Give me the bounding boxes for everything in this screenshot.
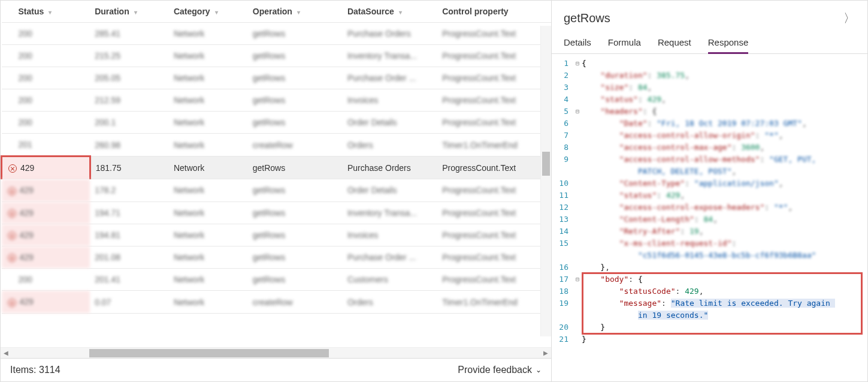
column-header-status[interactable]: Status ▾ bbox=[2, 1, 90, 23]
cell-control: ProgressCount.Text bbox=[437, 224, 551, 246]
error-circle-icon bbox=[8, 231, 16, 240]
tab-details[interactable]: Details bbox=[564, 37, 591, 53]
code-line: 21} bbox=[555, 333, 867, 345]
cell-category: Network bbox=[169, 246, 248, 269]
table-row[interactable]: 200215.25NetworkgetRowsInventory Transa.… bbox=[2, 45, 552, 67]
cell-operation: getRows bbox=[248, 224, 343, 246]
code-content: "access-control-allow-origin": "*", bbox=[582, 130, 867, 142]
cell-datasource: Inventory Transa... bbox=[343, 45, 437, 67]
horizontal-scrollbar[interactable]: ◀ ▶ bbox=[1, 347, 551, 358]
table-row[interactable]: 200200.1NetworkgetRowsOrder DetailsProgr… bbox=[2, 112, 552, 134]
cell-datasource: Order Details bbox=[343, 179, 437, 201]
detail-header: getRows 〉 bbox=[552, 1, 867, 32]
table-row[interactable]: 429194.81NetworkgetRowsInvoicesProgressC… bbox=[2, 224, 552, 246]
cell-control: ProgressCount.Text bbox=[437, 45, 551, 67]
cell-operation: getRows bbox=[248, 89, 343, 112]
cell-category: Network bbox=[169, 89, 248, 112]
cell-control: ProgressCount.Text bbox=[437, 67, 551, 89]
code-content: "headers": { bbox=[582, 106, 867, 118]
filter-icon[interactable]: ▾ bbox=[399, 9, 402, 16]
tab-request[interactable]: Request bbox=[658, 37, 691, 53]
column-header-duration[interactable]: Duration ▾ bbox=[90, 1, 169, 23]
provide-feedback-button[interactable]: Provide feedback ⌄ bbox=[458, 365, 542, 375]
scrollbar-thumb[interactable] bbox=[542, 152, 550, 176]
requests-table: Status ▾ Duration ▾ Category ▾ Operati bbox=[1, 1, 551, 314]
feedback-label: Provide feedback bbox=[458, 365, 532, 375]
scrollbar-track[interactable] bbox=[11, 349, 540, 357]
cell-control: Timer1.OnTimerEnd bbox=[437, 291, 551, 313]
filter-icon[interactable]: ▾ bbox=[297, 9, 300, 16]
code-line: 2 "duration": 385.75, bbox=[555, 70, 867, 82]
fold-toggle-icon[interactable]: ⊟ bbox=[573, 58, 582, 70]
next-arrow-icon[interactable]: 〉 bbox=[843, 10, 855, 26]
vertical-scrollbar[interactable] bbox=[540, 26, 551, 336]
cell-datasource: Customers bbox=[343, 269, 437, 291]
cell-duration: 205.05 bbox=[90, 67, 169, 89]
column-header-control[interactable]: Control property bbox=[437, 1, 551, 23]
table-row[interactable]: 429194.71NetworkgetRowsInventory Transa.… bbox=[2, 201, 552, 224]
line-number: 15 bbox=[555, 237, 573, 249]
table-row[interactable]: 200285.41NetworkgetRowsPurchase OrdersPr… bbox=[2, 23, 552, 45]
code-content: } bbox=[582, 321, 867, 333]
cell-status: 429 bbox=[2, 246, 90, 269]
table-row[interactable]: 429181.75NetworkgetRowsPurchase OrdersPr… bbox=[2, 157, 552, 179]
table-row[interactable]: 4290.07NetworkcreateRowOrdersTimer1.OnTi… bbox=[2, 291, 552, 313]
line-number: 18 bbox=[555, 285, 573, 297]
items-count: Items: 3114 bbox=[10, 365, 61, 375]
cell-operation: getRows bbox=[248, 157, 343, 179]
cell-operation: getRows bbox=[248, 246, 343, 269]
filter-icon[interactable]: ▾ bbox=[134, 9, 137, 16]
filter-icon[interactable]: ▾ bbox=[215, 9, 218, 16]
tab-response[interactable]: Response bbox=[708, 37, 749, 54]
response-code-viewer[interactable]: 1⊟{2 "duration": 385.75,3 "size": 84,4 "… bbox=[552, 54, 867, 381]
table-row[interactable]: 200205.05NetworkgetRowsPurchase Order ..… bbox=[2, 67, 552, 89]
header-label: DataSource bbox=[347, 7, 394, 16]
code-line: 8 "access-control-max-age": 3600, bbox=[555, 142, 867, 154]
scroll-left-icon[interactable]: ◀ bbox=[1, 350, 11, 356]
table-row[interactable]: 429178.2NetworkgetRowsOrder DetailsProgr… bbox=[2, 179, 552, 201]
table-footer: Items: 3114 Provide feedback ⌄ bbox=[1, 358, 551, 381]
table-row[interactable]: 200212.59NetworkgetRowsInvoicesProgressC… bbox=[2, 89, 552, 112]
cell-status: 429 bbox=[2, 201, 90, 224]
code-content: "access-control-expose-headers": "*", bbox=[582, 201, 867, 213]
cell-category: Network bbox=[169, 67, 248, 89]
line-number: 8 bbox=[555, 142, 573, 154]
code-line: 11 "status": 429, bbox=[555, 190, 867, 201]
header-label: Category bbox=[174, 7, 210, 16]
code-line: 14 "Retry-After": 19, bbox=[555, 225, 867, 237]
column-header-category[interactable]: Category ▾ bbox=[169, 1, 248, 23]
cell-duration: 200.1 bbox=[90, 112, 169, 134]
error-circle-icon bbox=[8, 187, 16, 195]
column-header-datasource[interactable]: DataSource ▾ bbox=[343, 1, 437, 23]
code-content: "duration": 385.75, bbox=[582, 70, 867, 82]
filter-icon[interactable]: ▾ bbox=[49, 9, 52, 16]
cell-category: Network bbox=[169, 291, 248, 313]
code-content: "statusCode": 429, bbox=[582, 285, 867, 297]
cell-status: 429 bbox=[2, 179, 90, 201]
line-number: 6 bbox=[555, 118, 573, 130]
cell-datasource: Inventory Transa... bbox=[343, 201, 437, 224]
scroll-right-icon[interactable]: ▶ bbox=[540, 350, 551, 356]
table-scroll-region: Status ▾ Duration ▾ Category ▾ Operati bbox=[1, 1, 551, 347]
cell-category: Network bbox=[169, 201, 248, 224]
tab-formula[interactable]: Formula bbox=[608, 37, 641, 53]
code-line: 4 "status": 429, bbox=[555, 94, 867, 106]
column-header-operation[interactable]: Operation ▾ bbox=[248, 1, 343, 23]
table-row[interactable]: 429201.08NetworkgetRowsPurchase Order ..… bbox=[2, 246, 552, 269]
scrollbar-thumb[interactable] bbox=[89, 349, 329, 357]
cell-category: Network bbox=[169, 45, 248, 67]
fold-toggle-icon[interactable]: ⊟ bbox=[573, 273, 582, 285]
line-number: 19 bbox=[555, 297, 573, 309]
line-number: 20 bbox=[555, 321, 573, 333]
table-row[interactable]: 201260.98NetworkcreateRowOrdersTimer1.On… bbox=[2, 134, 552, 157]
table-row[interactable]: 200201.41NetworkgetRowsCustomersProgress… bbox=[2, 269, 552, 291]
line-number: 2 bbox=[555, 70, 573, 82]
cell-control: ProgressCount.Text bbox=[437, 269, 551, 291]
line-number: 17 bbox=[555, 273, 573, 285]
error-circle-icon bbox=[8, 209, 16, 218]
fold-toggle-icon[interactable]: ⊟ bbox=[573, 106, 582, 118]
code-content: "Retry-After": 19, bbox=[582, 225, 867, 237]
code-content: { bbox=[582, 58, 867, 70]
code-content: "access-control-max-age": 3600, bbox=[582, 142, 867, 154]
line-number: 21 bbox=[555, 333, 573, 345]
